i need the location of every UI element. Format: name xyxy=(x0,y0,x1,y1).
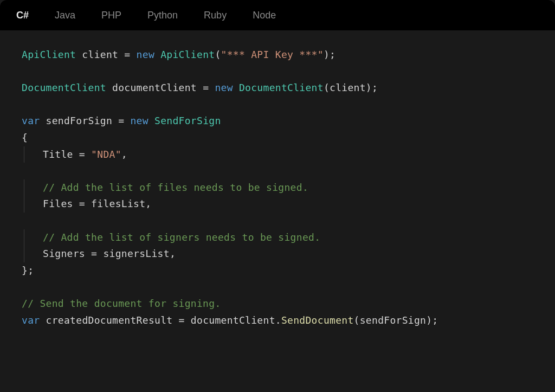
code-line: // Add the list of signers needs to be s… xyxy=(22,229,533,246)
token-ident: client xyxy=(330,82,366,93)
token-punc: ); xyxy=(366,82,378,93)
token-type: DocumentClient xyxy=(22,82,106,93)
code-line: var createdDocumentResult = documentClie… xyxy=(22,312,533,329)
code-line: // Send the document for signing. xyxy=(22,295,533,312)
tab-python[interactable]: Python xyxy=(147,8,178,23)
token-punc: = xyxy=(179,314,191,326)
token-prop: Title xyxy=(43,149,79,160)
code-line: { xyxy=(22,130,533,146)
code-line: Title = "NDA", xyxy=(22,146,533,163)
code-line: // Add the list of files needs to be sig… xyxy=(22,179,533,196)
token-prop: Files xyxy=(43,198,79,209)
code-line: ApiClient client = new ApiClient("*** AP… xyxy=(22,47,533,63)
token-punc: ( xyxy=(215,49,221,60)
token-type: ApiClient xyxy=(160,49,215,60)
token-method: SendDocument xyxy=(281,314,354,326)
token-keyword: new xyxy=(124,115,154,126)
token-punc: . xyxy=(275,314,281,326)
code-line-blank xyxy=(22,213,533,229)
token-punc: ); xyxy=(324,49,335,60)
token-comment: // Add the list of signers needs to be s… xyxy=(43,232,320,243)
code-editor[interactable]: ApiClient client = new ApiClient("*** AP… xyxy=(0,30,555,345)
language-tabs: C# Java PHP Python Ruby Node xyxy=(0,0,555,30)
token-punc: { xyxy=(22,132,28,143)
token-punc: ); xyxy=(426,314,438,326)
token-type: ApiClient xyxy=(22,49,76,60)
token-punc: ( xyxy=(354,314,360,326)
token-prop: Signers xyxy=(43,248,91,259)
code-line: }; xyxy=(22,262,533,279)
token-type: DocumentClient xyxy=(239,82,324,93)
code-line-blank xyxy=(22,97,533,113)
code-line-blank xyxy=(22,279,533,295)
code-line: Files = filesList, xyxy=(22,196,533,213)
token-punc: = xyxy=(118,115,124,126)
tab-csharp[interactable]: C# xyxy=(16,8,29,23)
code-line-blank xyxy=(22,63,533,80)
tab-ruby[interactable]: Ruby xyxy=(204,8,227,23)
token-keyword: var xyxy=(22,314,40,326)
token-keyword: new xyxy=(130,49,160,60)
token-ident: documentClient xyxy=(191,314,275,326)
token-punc: = xyxy=(91,248,103,259)
token-ident: sendForSign xyxy=(40,115,118,126)
code-line: var sendForSign = new SendForSign xyxy=(22,113,533,130)
token-ident: filesList xyxy=(91,198,145,209)
token-ident: signersList xyxy=(103,248,170,259)
token-punc: , xyxy=(121,149,127,160)
token-type: SendForSign xyxy=(154,115,221,126)
token-keyword: new xyxy=(209,82,239,93)
token-string: "NDA" xyxy=(91,149,121,160)
tab-node[interactable]: Node xyxy=(253,8,276,23)
token-punc: = xyxy=(203,82,209,93)
tab-java[interactable]: Java xyxy=(55,8,75,23)
token-punc: }; xyxy=(22,265,34,276)
token-comment: // Send the document for signing. xyxy=(22,298,221,309)
code-line-blank xyxy=(22,163,533,179)
token-ident: sendForSign xyxy=(360,314,427,326)
token-punc: ( xyxy=(324,82,330,93)
token-string: "*** API Key ***" xyxy=(221,49,324,60)
tab-php[interactable]: PHP xyxy=(101,8,121,23)
code-line: Signers = signersList, xyxy=(22,246,533,262)
token-punc: = xyxy=(124,49,130,60)
token-punc: , xyxy=(170,248,176,259)
token-punc: = xyxy=(79,149,91,160)
token-keyword: var xyxy=(22,115,40,126)
token-ident: client xyxy=(76,49,124,60)
token-comment: // Add the list of files needs to be sig… xyxy=(43,182,308,193)
token-ident: documentClient xyxy=(106,82,203,93)
code-line: DocumentClient documentClient = new Docu… xyxy=(22,80,533,97)
token-punc: = xyxy=(79,198,91,209)
token-punc: , xyxy=(145,198,151,209)
token-ident: createdDocumentResult xyxy=(40,314,178,326)
